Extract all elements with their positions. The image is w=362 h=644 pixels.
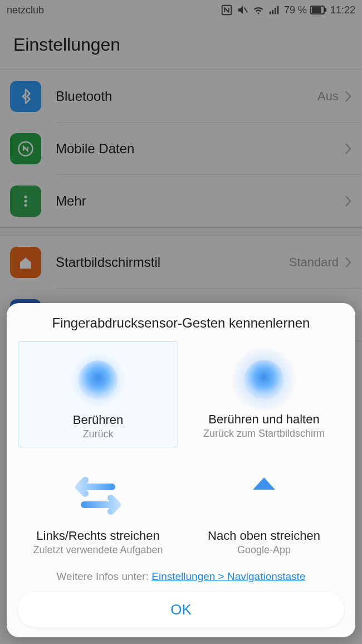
- gesture-title: Links/Rechts streichen: [36, 529, 159, 543]
- gesture-touch[interactable]: Berühren Zurück: [18, 341, 178, 447]
- gesture-dialog: Fingerabdrucksensor-Gesten kennenlernen …: [7, 303, 355, 637]
- gesture-sub: Zurück: [82, 428, 113, 440]
- touch-hold-visual: [188, 349, 340, 410]
- gesture-sub: Zurück zum Startbildschirm: [203, 428, 325, 440]
- swipe-up-icon: [242, 471, 286, 521]
- more-info-link[interactable]: Einstellungen > Navigationstaste: [151, 570, 305, 582]
- touch-dot-icon: [79, 360, 118, 399]
- gesture-swipe-up[interactable]: Nach oben streichen Google-App: [184, 457, 344, 563]
- swipe-lr-visual: [22, 465, 174, 526]
- gesture-sub: Zuletzt verwendete Aufgaben: [33, 544, 163, 556]
- swipe-up-visual: [188, 465, 340, 526]
- gesture-grid: Berühren Zurück Berühren und halten Zurü…: [18, 341, 344, 563]
- gesture-title: Berühren und halten: [208, 412, 319, 427]
- gesture-touch-hold[interactable]: Berühren und halten Zurück zum Startbild…: [184, 341, 344, 447]
- swipe-lr-icon: [59, 474, 137, 518]
- dialog-title: Fingerabdrucksensor-Gesten kennenlernen: [18, 315, 344, 331]
- gesture-swipe-lr[interactable]: Links/Rechts streichen Zuletzt verwendet…: [18, 457, 178, 563]
- more-info-prefix: Weitere Infos unter:: [57, 570, 152, 582]
- ok-button[interactable]: OK: [18, 592, 344, 627]
- gesture-sub: Google-App: [237, 544, 291, 556]
- touch-visual: [23, 349, 173, 411]
- gesture-title: Berühren: [73, 413, 124, 427]
- more-info-row: Weitere Infos unter: Einstellungen > Nav…: [18, 570, 344, 583]
- touch-hold-dot-icon: [244, 360, 283, 399]
- gesture-title: Nach oben streichen: [208, 529, 320, 543]
